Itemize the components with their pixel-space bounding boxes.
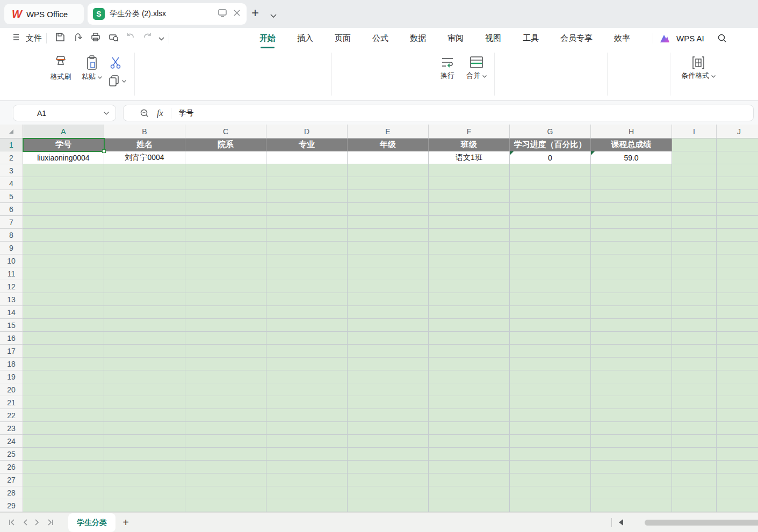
save-icon[interactable]: [54, 31, 66, 45]
row-header-13[interactable]: 13: [0, 293, 23, 306]
cell-I29[interactable]: [672, 499, 717, 512]
cell-B12[interactable]: [104, 280, 185, 293]
row-header-24[interactable]: 24: [0, 435, 23, 448]
row-header-11[interactable]: 11: [0, 267, 23, 280]
column-header-J[interactable]: J: [717, 125, 758, 139]
cell-C2[interactable]: [185, 151, 266, 164]
cell-G8[interactable]: [510, 229, 591, 242]
cell-D6[interactable]: [266, 203, 348, 216]
cell-J21[interactable]: [717, 396, 758, 409]
new-document-button[interactable]: +: [251, 6, 259, 19]
cell-I1[interactable]: [672, 139, 717, 151]
cell-G22[interactable]: [510, 409, 591, 422]
cell-F8[interactable]: [429, 229, 510, 242]
cell-C13[interactable]: [185, 293, 266, 306]
cell-J4[interactable]: [717, 177, 758, 190]
cell-D21[interactable]: [266, 396, 348, 409]
cell-E12[interactable]: [348, 280, 429, 293]
hamburger-menu-icon[interactable]: [13, 33, 21, 43]
tab-list-chevron-icon[interactable]: [270, 11, 277, 20]
menu-tab-0[interactable]: 开始: [259, 33, 276, 43]
cell-E10[interactable]: [348, 254, 429, 267]
cell-F24[interactable]: [429, 435, 510, 448]
cell-D11[interactable]: [266, 267, 348, 280]
menu-tab-8[interactable]: 会员专享: [560, 33, 593, 43]
cell-H10[interactable]: [591, 254, 672, 267]
cell-F18[interactable]: [429, 358, 510, 370]
cell-J3[interactable]: [717, 164, 758, 177]
cell-E20[interactable]: [348, 383, 429, 396]
menu-tab-4[interactable]: 数据: [410, 33, 426, 43]
cell-G27[interactable]: [510, 473, 591, 486]
cell-C17[interactable]: [185, 345, 266, 358]
cell-H22[interactable]: [591, 409, 672, 422]
cell-D4[interactable]: [266, 177, 348, 190]
cell-A25[interactable]: [23, 448, 104, 461]
format-painter-button[interactable]: 格式刷: [45, 55, 76, 82]
row-header-19[interactable]: 19: [0, 370, 23, 383]
cell-G2[interactable]: 0: [510, 151, 591, 164]
cell-E16[interactable]: [348, 332, 429, 345]
row-header-3[interactable]: 3: [0, 164, 23, 177]
cell-A23[interactable]: [23, 422, 104, 435]
cell-H1[interactable]: 课程总成绩: [591, 139, 672, 151]
cell-D19[interactable]: [266, 370, 348, 383]
cell-D14[interactable]: [266, 306, 348, 319]
cell-F26[interactable]: [429, 461, 510, 473]
cell-H23[interactable]: [591, 422, 672, 435]
row-header-16[interactable]: 16: [0, 332, 23, 345]
cell-A8[interactable]: [23, 229, 104, 242]
merge-cells-button[interactable]: 合并: [461, 55, 492, 81]
cell-J16[interactable]: [717, 332, 758, 345]
cell-D5[interactable]: [266, 190, 348, 203]
cell-B29[interactable]: [104, 499, 185, 512]
cell-G6[interactable]: [510, 203, 591, 216]
cell-A11[interactable]: [23, 267, 104, 280]
cell-B10[interactable]: [104, 254, 185, 267]
column-header-H[interactable]: H: [591, 125, 672, 139]
cell-E28[interactable]: [348, 486, 429, 499]
cell-E7[interactable]: [348, 216, 429, 229]
cell-J12[interactable]: [717, 280, 758, 293]
cell-C16[interactable]: [185, 332, 266, 345]
cell-F23[interactable]: [429, 422, 510, 435]
cell-I21[interactable]: [672, 396, 717, 409]
formula-search-icon[interactable]: [140, 108, 149, 118]
search-icon[interactable]: [717, 33, 727, 43]
select-all-corner[interactable]: [0, 125, 23, 139]
cell-C4[interactable]: [185, 177, 266, 190]
cell-J29[interactable]: [717, 499, 758, 512]
cell-F28[interactable]: [429, 486, 510, 499]
cell-B17[interactable]: [104, 345, 185, 358]
cell-E5[interactable]: [348, 190, 429, 203]
cell-F29[interactable]: [429, 499, 510, 512]
menu-tab-1[interactable]: 插入: [297, 33, 313, 43]
cell-A24[interactable]: [23, 435, 104, 448]
cell-C6[interactable]: [185, 203, 266, 216]
cell-F4[interactable]: [429, 177, 510, 190]
row-header-26[interactable]: 26: [0, 461, 23, 473]
wrap-text-button[interactable]: 换行: [432, 55, 463, 81]
cell-J7[interactable]: [717, 216, 758, 229]
cell-E8[interactable]: [348, 229, 429, 242]
cell-C28[interactable]: [185, 486, 266, 499]
cell-D8[interactable]: [266, 229, 348, 242]
cell-B28[interactable]: [104, 486, 185, 499]
cell-I6[interactable]: [672, 203, 717, 216]
cell-G16[interactable]: [510, 332, 591, 345]
cell-C9[interactable]: [185, 242, 266, 254]
cell-F17[interactable]: [429, 345, 510, 358]
row-header-25[interactable]: 25: [0, 448, 23, 461]
cell-G5[interactable]: [510, 190, 591, 203]
sheet-tab-active[interactable]: 学生分类: [68, 513, 115, 532]
cell-A1[interactable]: 学号: [23, 139, 104, 151]
cell-J1[interactable]: [717, 139, 758, 151]
cell-J20[interactable]: [717, 383, 758, 396]
row-header-17[interactable]: 17: [0, 345, 23, 358]
cell-D10[interactable]: [266, 254, 348, 267]
cell-E13[interactable]: [348, 293, 429, 306]
cell-D25[interactable]: [266, 448, 348, 461]
cell-H5[interactable]: [591, 190, 672, 203]
cell-E1[interactable]: 年级: [348, 139, 429, 151]
cell-C7[interactable]: [185, 216, 266, 229]
